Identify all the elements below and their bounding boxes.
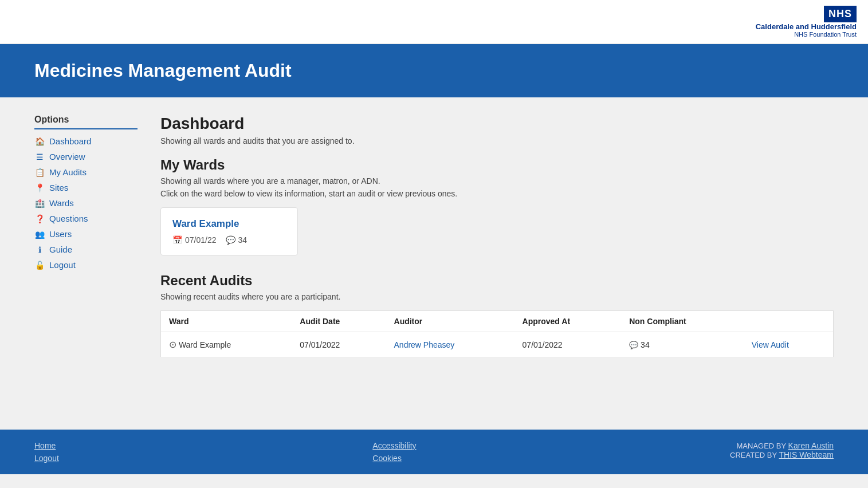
dashboard-title: Dashboard bbox=[160, 115, 834, 133]
ward-card-title[interactable]: Ward Example bbox=[172, 218, 286, 230]
sidebar-item-guide[interactable]: ℹ Guide bbox=[34, 245, 138, 254]
my-wards-desc2: Click on the ward below to view its info… bbox=[160, 189, 834, 198]
sidebar-label-wards: Wards bbox=[49, 198, 74, 208]
cell-status-ward: ⊙ Ward Example bbox=[161, 332, 292, 357]
cell-non-compliant: 💬 34 bbox=[621, 332, 744, 357]
sidebar-link-questions[interactable]: ❓ Questions bbox=[34, 214, 138, 223]
ward-card-meta: 📅 07/01/22 💬 34 bbox=[172, 235, 286, 245]
page-banner: Medicines Management Audit bbox=[0, 44, 868, 97]
check-circle-icon: ⊙ bbox=[169, 340, 176, 349]
home-icon: 🏠 bbox=[34, 137, 45, 146]
view-audit-link[interactable]: View Audit bbox=[752, 340, 789, 349]
sidebar: Options 🏠 Dashboard ☰ Overview 📋 My Audi… bbox=[34, 115, 138, 412]
recent-audits-title: Recent Audits bbox=[160, 273, 834, 289]
sidebar-link-overview[interactable]: ☰ Overview bbox=[34, 152, 138, 162]
col-audit-date: Audit Date bbox=[292, 311, 386, 332]
nhs-logo: NHS Calderdale and Huddersfield NHS Foun… bbox=[756, 6, 857, 38]
sidebar-label-my-audits: My Audits bbox=[49, 167, 87, 177]
info-icon: ℹ bbox=[34, 245, 45, 254]
sidebar-link-users[interactable]: 👥 Users bbox=[34, 229, 138, 239]
footer-right: MANAGED BY Karen Austin CREATED BY THIS … bbox=[730, 441, 834, 459]
col-approved-at: Approved At bbox=[514, 311, 622, 332]
footer-accessibility-link[interactable]: Accessibility bbox=[372, 441, 416, 450]
hospital-icon: 🏥 bbox=[34, 199, 45, 208]
sidebar-label-overview: Overview bbox=[49, 152, 85, 162]
footer-left: Home Logout bbox=[34, 441, 59, 463]
created-by-label: CREATED BY bbox=[730, 451, 777, 459]
auditor-link[interactable]: Andrew Pheasey bbox=[394, 340, 455, 349]
ward-card-date: 📅 07/01/22 bbox=[172, 235, 217, 245]
my-wards-title: My Wards bbox=[160, 157, 834, 173]
footer-middle: Accessibility Cookies bbox=[372, 441, 416, 463]
sidebar-item-sites[interactable]: 📍 Sites bbox=[34, 183, 138, 192]
sidebar-link-wards[interactable]: 🏥 Wards bbox=[34, 198, 138, 208]
calendar-icon: 📅 bbox=[172, 235, 182, 245]
sidebar-label-sites: Sites bbox=[49, 183, 68, 192]
col-auditor: Auditor bbox=[386, 311, 514, 332]
footer: Home Logout Accessibility Cookies MANAGE… bbox=[0, 430, 868, 474]
location-icon: 📍 bbox=[34, 183, 45, 192]
comment-icon-table: 💬 bbox=[629, 341, 638, 349]
audit-table: Ward Audit Date Auditor Approved At Non … bbox=[160, 310, 834, 357]
col-non-compliant: Non Compliant bbox=[621, 311, 744, 332]
my-wards-desc1: Showing all wards where you are a manage… bbox=[160, 176, 834, 186]
cell-approved-at: 07/01/2022 bbox=[514, 332, 622, 357]
sidebar-item-wards[interactable]: 🏥 Wards bbox=[34, 198, 138, 208]
sidebar-item-users[interactable]: 👥 Users bbox=[34, 229, 138, 239]
col-actions bbox=[744, 311, 834, 332]
table-row: ⊙ Ward Example 07/01/2022 Andrew Pheasey… bbox=[161, 332, 834, 357]
col-ward: Ward bbox=[161, 311, 292, 332]
sidebar-item-my-audits[interactable]: 📋 My Audits bbox=[34, 167, 138, 177]
trust-name: Calderdale and Huddersfield bbox=[756, 22, 857, 31]
users-icon: 👥 bbox=[34, 230, 45, 239]
sidebar-link-logout[interactable]: 🔓 Logout bbox=[34, 260, 138, 270]
comment-icon-ward: 💬 bbox=[226, 235, 235, 245]
sidebar-item-questions[interactable]: ❓ Questions bbox=[34, 214, 138, 223]
ward-card-count: 💬 34 bbox=[226, 235, 248, 245]
sidebar-heading: Options bbox=[34, 115, 138, 129]
sidebar-label-questions: Questions bbox=[49, 214, 88, 223]
logout-icon: 🔓 bbox=[34, 261, 45, 270]
footer-logout-link[interactable]: Logout bbox=[34, 454, 59, 463]
sidebar-label-guide: Guide bbox=[49, 245, 72, 254]
nhs-badge: NHS bbox=[824, 6, 857, 22]
sidebar-label-dashboard: Dashboard bbox=[49, 136, 91, 146]
sidebar-label-users: Users bbox=[49, 229, 72, 239]
top-bar: NHS Calderdale and Huddersfield NHS Foun… bbox=[0, 0, 868, 44]
footer-home-link[interactable]: Home bbox=[34, 441, 59, 450]
sidebar-link-my-audits[interactable]: 📋 My Audits bbox=[34, 167, 138, 177]
sidebar-link-sites[interactable]: 📍 Sites bbox=[34, 183, 138, 192]
sidebar-item-logout[interactable]: 🔓 Logout bbox=[34, 260, 138, 270]
sidebar-link-guide[interactable]: ℹ Guide bbox=[34, 245, 138, 254]
sidebar-item-dashboard[interactable]: 🏠 Dashboard bbox=[34, 136, 138, 146]
cell-ward-name: Ward Example bbox=[179, 340, 231, 349]
content-area: Dashboard Showing all wards and audits t… bbox=[160, 115, 834, 412]
managed-by: MANAGED BY Karen Austin bbox=[730, 441, 834, 450]
list-icon: ☰ bbox=[34, 152, 45, 162]
created-by: CREATED BY THIS Webteam bbox=[730, 450, 834, 459]
created-by-link[interactable]: THIS Webteam bbox=[779, 450, 834, 459]
managed-by-link[interactable]: Karen Austin bbox=[788, 441, 834, 450]
sidebar-item-overview[interactable]: ☰ Overview bbox=[34, 152, 138, 162]
trust-sub: NHS Foundation Trust bbox=[756, 31, 857, 38]
dashboard-subtitle: Showing all wards and audits that you ar… bbox=[160, 136, 834, 145]
managed-by-label: MANAGED BY bbox=[737, 442, 786, 450]
banner-title: Medicines Management Audit bbox=[34, 60, 834, 81]
main-content: Options 🏠 Dashboard ☰ Overview 📋 My Audi… bbox=[0, 97, 868, 430]
question-icon: ❓ bbox=[34, 214, 45, 223]
sidebar-link-dashboard[interactable]: 🏠 Dashboard bbox=[34, 136, 138, 146]
footer-cookies-link[interactable]: Cookies bbox=[372, 454, 416, 463]
ward-card[interactable]: Ward Example 📅 07/01/22 💬 34 bbox=[160, 207, 298, 255]
clipboard-icon: 📋 bbox=[34, 168, 45, 177]
cell-auditor[interactable]: Andrew Pheasey bbox=[386, 332, 514, 357]
cell-audit-date: 07/01/2022 bbox=[292, 332, 386, 357]
cell-view-audit[interactable]: View Audit bbox=[744, 332, 834, 357]
sidebar-nav: 🏠 Dashboard ☰ Overview 📋 My Audits 📍 bbox=[34, 136, 138, 270]
sidebar-label-logout: Logout bbox=[49, 260, 76, 270]
recent-audits-desc: Showing recent audits where you are a pa… bbox=[160, 292, 834, 301]
